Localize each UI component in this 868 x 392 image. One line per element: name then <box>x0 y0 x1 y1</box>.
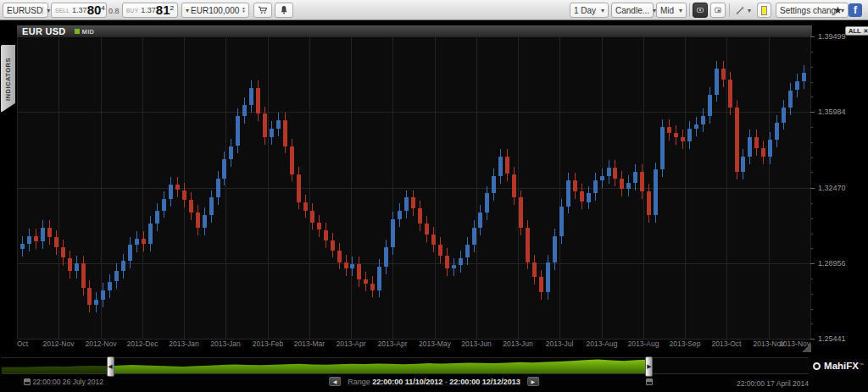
show-all-button[interactable]: ALL ✕ <box>845 26 868 36</box>
candle-body <box>364 279 368 284</box>
sell-button[interactable]: SELL 1.37 80 4 <box>51 3 107 18</box>
candle-body <box>27 236 31 244</box>
resize-grip[interactable] <box>802 343 811 352</box>
candle-body <box>87 288 92 305</box>
symbol-label: EURUSD <box>7 6 42 15</box>
alerts-button[interactable] <box>275 3 293 18</box>
candle-body <box>715 69 719 95</box>
time-grid-line <box>726 36 727 339</box>
amount-field[interactable]: ▾ EUR 100,000 ▲▼ <box>181 3 249 18</box>
candle-body <box>633 172 637 183</box>
candle-body <box>735 108 739 172</box>
color-swatch <box>761 6 767 15</box>
candlestick-plot-area[interactable] <box>17 36 810 339</box>
period-select[interactable]: 1 Day ▾ <box>570 3 609 18</box>
quantity-stepper[interactable]: ▲▼ <box>242 7 245 14</box>
candle-body <box>600 176 604 180</box>
candle-body <box>256 88 260 114</box>
candle-body <box>263 113 267 137</box>
time-axis-label: 2013-Aug <box>622 340 665 348</box>
candle-body <box>431 235 436 246</box>
candle-body <box>34 236 38 241</box>
color-picker-button[interactable] <box>757 3 771 18</box>
candle-body <box>654 169 658 214</box>
skip-to-start-button[interactable]: ◀ <box>329 377 341 386</box>
skip-to-end-button[interactable]: ▶ <box>527 377 539 386</box>
line-tools-button[interactable]: ▾ <box>732 3 754 18</box>
candle-body <box>532 262 537 278</box>
toolbar-separator <box>729 3 730 17</box>
indicators-tab[interactable]: INDICATORS <box>1 45 15 113</box>
time-axis-label: 2013-Jan <box>163 340 205 348</box>
candle-body <box>802 73 806 81</box>
price-axis-tick <box>810 188 815 189</box>
amount-value: 100,000 <box>209 6 239 15</box>
candle-body <box>425 224 429 235</box>
favorite-star-icon[interactable]: ★ <box>833 4 843 16</box>
cart-icon <box>258 5 268 15</box>
popout-button[interactable] <box>710 3 726 18</box>
candle-body <box>162 199 166 211</box>
candle-body <box>229 146 233 159</box>
facebook-icon[interactable]: f <box>849 3 862 17</box>
candle-body <box>209 197 214 214</box>
price-grid-line <box>17 188 810 189</box>
candle-body <box>775 123 779 140</box>
indicators-tab-label: INDICATORS <box>4 58 12 101</box>
time-grid-line <box>518 36 519 339</box>
time-axis-label: 2013-Sep <box>664 340 706 348</box>
candle-body <box>222 159 226 179</box>
series-legend: MID <box>75 28 95 36</box>
period-label: 1 Day <box>574 6 596 15</box>
time-grid-line <box>58 36 59 339</box>
buy-price-sup: 2 <box>170 4 173 12</box>
time-grid-line <box>685 36 686 339</box>
candle-body <box>526 228 530 262</box>
candle-body <box>182 190 186 200</box>
chart-type-label: Candle... <box>615 6 649 15</box>
spread-value: 0.8 <box>108 7 120 15</box>
candle-body <box>539 277 543 292</box>
calendar-icon[interactable] <box>646 378 653 385</box>
price-grid-line <box>17 112 810 113</box>
close-icon: ✕ <box>864 28 868 35</box>
snapshot-button[interactable] <box>693 3 708 18</box>
candle-body <box>337 251 342 262</box>
price-axis-minor-tick <box>810 218 813 219</box>
settings-label: Settings changed... <box>780 6 837 15</box>
price-axis-minor-tick <box>810 82 813 83</box>
candle-body <box>505 157 509 174</box>
history-end-timestamp: 22:00:00 17 April 2014 <box>737 379 809 388</box>
mahifx-logo[interactable]: MahiFX ™ <box>813 361 864 371</box>
range-handle-right[interactable]: ▶ <box>645 356 653 377</box>
currency-label: EUR <box>191 6 209 15</box>
price-axis-label: 1.32470 <box>818 184 846 192</box>
bell-icon <box>279 5 289 15</box>
price-axis-label: 1.28956 <box>818 259 846 268</box>
chart-type-select[interactable]: Candle... ▾ <box>611 3 654 18</box>
sell-label: SELL <box>55 8 70 14</box>
candle-body <box>391 219 395 247</box>
cart-button[interactable] <box>253 3 272 18</box>
price-axis-tick <box>810 263 815 264</box>
candle-body <box>384 247 388 267</box>
price-axis-minor-tick <box>810 309 813 310</box>
candle-body <box>404 197 409 210</box>
price-axis-minor-tick <box>810 279 813 279</box>
candle-body <box>203 215 207 228</box>
minimap-track[interactable]: ◀ ▶ <box>2 357 809 374</box>
calendar-icon[interactable] <box>24 378 31 385</box>
candle-body <box>47 228 52 237</box>
sell-price-prefix: 1.37 <box>72 6 87 14</box>
range-handle-left[interactable]: ◀ <box>107 356 114 377</box>
candle-body <box>155 211 159 224</box>
candle-body <box>41 228 45 241</box>
price-mode-select[interactable]: Mid ▾ <box>656 3 687 18</box>
time-grid-line <box>268 36 269 339</box>
symbol-select[interactable]: EURUSD ▾ <box>3 3 48 18</box>
candle-body <box>54 237 58 246</box>
candle-body <box>445 256 449 268</box>
price-axis-label: 1.35984 <box>818 108 846 116</box>
buy-button[interactable]: BUY 1.37 81 2 <box>122 3 178 18</box>
candle-body <box>788 91 793 108</box>
